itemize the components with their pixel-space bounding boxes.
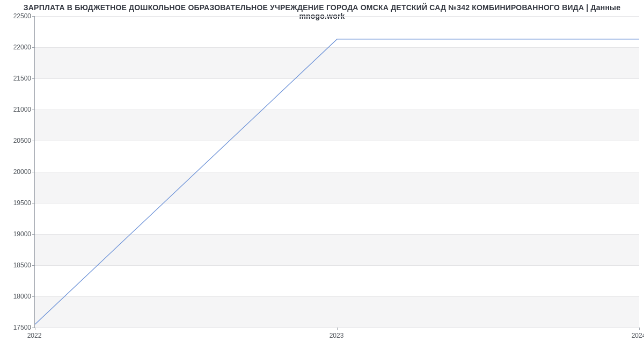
ytick-label: 20000 (4, 168, 31, 176)
ytick-mark (32, 234, 35, 235)
ytick-label: 20500 (4, 137, 31, 144)
xtick-label: 2023 (330, 332, 344, 339)
ytick-mark (32, 16, 35, 17)
ytick-label: 19500 (4, 199, 31, 207)
ytick-label: 21000 (4, 106, 31, 113)
ytick-mark (32, 203, 35, 203)
ytick-mark (32, 78, 35, 79)
ytick-label: 22500 (4, 12, 31, 20)
ytick-mark (32, 265, 35, 266)
plot-area (34, 16, 639, 328)
ytick-mark (32, 141, 35, 141)
xtick-label: 2024 (632, 332, 644, 339)
series-line (35, 39, 639, 324)
xtick-mark (639, 328, 640, 330)
ytick-label: 22000 (4, 43, 31, 51)
ytick-label: 17500 (4, 324, 31, 331)
ytick-mark (32, 172, 35, 172)
xtick-label: 2022 (27, 332, 42, 339)
ytick-mark (32, 110, 35, 110)
ytick-label: 21500 (4, 75, 31, 82)
ytick-label: 18000 (4, 293, 31, 300)
xtick-mark (35, 328, 35, 330)
ytick-label: 18500 (4, 261, 31, 269)
ytick-mark (32, 47, 35, 48)
line-layer (35, 16, 639, 328)
ytick-mark (32, 296, 35, 297)
xtick-mark (337, 328, 338, 330)
ytick-label: 19000 (4, 230, 31, 238)
